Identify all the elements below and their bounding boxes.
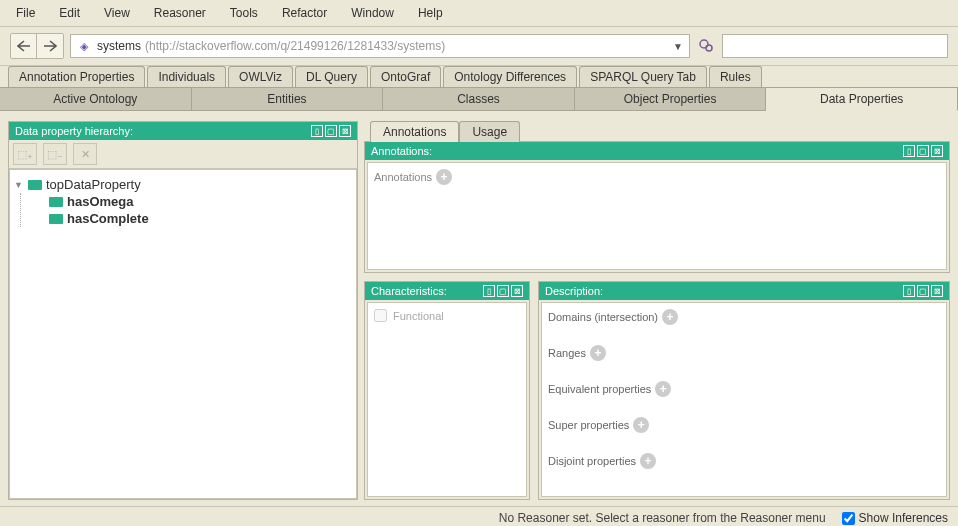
main-tab[interactable]: Active Ontology xyxy=(0,88,192,110)
tool-tab[interactable]: Individuals xyxy=(147,66,226,87)
panel-btn-2[interactable]: ▢ xyxy=(917,285,929,297)
hierarchy-title: Data property hierarchy: xyxy=(15,125,133,137)
dropdown-arrow-icon[interactable]: ▼ xyxy=(673,41,683,52)
add-button[interactable]: + xyxy=(640,453,656,469)
description-item-label: Ranges xyxy=(548,347,586,359)
panel-btn-3[interactable]: ⊠ xyxy=(339,125,351,137)
annotations-title: Annotations: xyxy=(371,145,432,157)
panel-btn-3[interactable]: ⊠ xyxy=(931,285,943,297)
add-button[interactable]: + xyxy=(662,309,678,325)
panel-btn-1[interactable]: ▯ xyxy=(483,285,495,297)
hierarchy-header: Data property hierarchy: ▯ ▢ ⊠ xyxy=(9,122,357,140)
status-message: No Reasoner set. Select a reasoner from … xyxy=(499,511,826,525)
functional-label: Functional xyxy=(393,310,444,322)
description-item-label: Domains (intersection) xyxy=(548,311,658,323)
hierarchy-toolbar: ⬚₊ ⬚₋ ✕ xyxy=(9,140,357,169)
description-item-label: Super properties xyxy=(548,419,629,431)
tool-tab[interactable]: Annotation Properties xyxy=(8,66,145,87)
description-header: Description: ▯ ▢ ⊠ xyxy=(539,282,949,300)
add-annotation-button[interactable]: + xyxy=(436,169,452,185)
forward-button[interactable] xyxy=(37,34,63,58)
delete-button[interactable]: ✕ xyxy=(73,143,97,165)
main-tab[interactable]: Data Properties xyxy=(766,88,958,111)
arrow-right-icon xyxy=(43,40,57,52)
tool-tab[interactable]: Rules xyxy=(709,66,762,87)
status-bar: No Reasoner set. Select a reasoner from … xyxy=(0,506,958,526)
annotations-header: Annotations: ▯ ▢ ⊠ xyxy=(365,142,949,160)
panel-btn-3[interactable]: ⊠ xyxy=(511,285,523,297)
tab-annotations[interactable]: Annotations xyxy=(370,121,459,142)
back-button[interactable] xyxy=(11,34,37,58)
panel-btn-2[interactable]: ▢ xyxy=(325,125,337,137)
tab-usage[interactable]: Usage xyxy=(459,121,520,142)
tree-item[interactable]: hasComplete xyxy=(21,210,352,227)
panel-header-buttons: ▯ ▢ ⊠ xyxy=(311,125,351,137)
panel-btn-1[interactable]: ▯ xyxy=(903,145,915,157)
arrow-left-icon xyxy=(17,40,31,52)
add-button[interactable]: + xyxy=(655,381,671,397)
main-tab[interactable]: Entities xyxy=(192,88,384,110)
add-button[interactable]: + xyxy=(633,417,649,433)
menu-file[interactable]: File xyxy=(4,2,47,24)
tree-item[interactable]: hasOmega xyxy=(21,193,352,210)
hierarchy-panel: Data property hierarchy: ▯ ▢ ⊠ ⬚₊ ⬚₋ ✕ ▼… xyxy=(8,121,358,500)
menu-window[interactable]: Window xyxy=(339,2,406,24)
tool-tab[interactable]: Ontology Differences xyxy=(443,66,577,87)
menu-view[interactable]: View xyxy=(92,2,142,24)
tool-tab[interactable]: OntoGraf xyxy=(370,66,441,87)
description-item: Ranges+ xyxy=(548,345,940,361)
address-name: systems xyxy=(97,39,141,53)
description-item-label: Disjoint properties xyxy=(548,455,636,467)
property-tree[interactable]: ▼ topDataProperty hasOmega hasComplete xyxy=(9,169,357,499)
panel-btn-2[interactable]: ▢ xyxy=(497,285,509,297)
show-inferences-checkbox[interactable] xyxy=(842,512,855,525)
toolbar: ◈ systems (http://stackoverflow.com/q/21… xyxy=(0,27,958,66)
search-input[interactable] xyxy=(722,34,948,58)
address-bar[interactable]: ◈ systems (http://stackoverflow.com/q/21… xyxy=(70,34,690,58)
tool-tabs: Annotation PropertiesIndividualsOWLVizDL… xyxy=(0,66,958,87)
menu-edit[interactable]: Edit xyxy=(47,2,92,24)
show-inferences-toggle[interactable]: Show Inferences xyxy=(842,511,948,525)
panel-header-buttons: ▯ ▢ ⊠ xyxy=(903,145,943,157)
functional-checkbox-input[interactable] xyxy=(374,309,387,322)
panel-header-buttons: ▯ ▢ ⊠ xyxy=(483,285,523,297)
add-button[interactable]: + xyxy=(590,345,606,361)
bottom-row: Characteristics: ▯ ▢ ⊠ Functional xyxy=(364,281,950,500)
tool-tab[interactable]: OWLViz xyxy=(228,66,293,87)
ontology-icon: ◈ xyxy=(77,39,91,53)
functional-checkbox[interactable]: Functional xyxy=(374,309,520,322)
nav-button-group xyxy=(10,33,64,59)
characteristics-body: Functional xyxy=(367,302,527,497)
main-tab[interactable]: Object Properties xyxy=(575,88,767,110)
tree-root-label: topDataProperty xyxy=(46,177,141,192)
search-icon[interactable] xyxy=(696,36,716,56)
characteristics-title: Characteristics: xyxy=(371,285,447,297)
panel-btn-3[interactable]: ⊠ xyxy=(931,145,943,157)
panel-btn-1[interactable]: ▯ xyxy=(311,125,323,137)
annotations-section: Annotations Usage Annotations: ▯ ▢ ⊠ Ann… xyxy=(364,121,950,273)
description-item: Equivalent properties+ xyxy=(548,381,940,397)
panel-btn-2[interactable]: ▢ xyxy=(917,145,929,157)
svg-point-1 xyxy=(706,45,712,51)
menu-refactor[interactable]: Refactor xyxy=(270,2,339,24)
add-child-button[interactable]: ⬚₋ xyxy=(43,143,67,165)
menu-help[interactable]: Help xyxy=(406,2,455,24)
main-tab[interactable]: Classes xyxy=(383,88,575,110)
menu-bar: FileEditViewReasonerToolsRefactorWindowH… xyxy=(0,0,958,27)
menu-tools[interactable]: Tools xyxy=(218,2,270,24)
panel-btn-1[interactable]: ▯ xyxy=(903,285,915,297)
collapse-icon[interactable]: ▼ xyxy=(14,180,26,190)
data-property-icon xyxy=(49,214,63,224)
tree-root[interactable]: ▼ topDataProperty xyxy=(14,176,352,193)
add-sibling-button[interactable]: ⬚₊ xyxy=(13,143,37,165)
main-tabs: Active OntologyEntitiesClassesObject Pro… xyxy=(0,87,958,111)
annotations-panel: Annotations: ▯ ▢ ⊠ Annotations + xyxy=(364,141,950,273)
tool-tab[interactable]: DL Query xyxy=(295,66,368,87)
annotations-row: Annotations + xyxy=(374,169,940,185)
annotations-label: Annotations xyxy=(374,171,432,183)
data-property-icon xyxy=(49,197,63,207)
description-title: Description: xyxy=(545,285,603,297)
tree-item-label: hasOmega xyxy=(67,194,133,209)
tool-tab[interactable]: SPARQL Query Tab xyxy=(579,66,707,87)
menu-reasoner[interactable]: Reasoner xyxy=(142,2,218,24)
